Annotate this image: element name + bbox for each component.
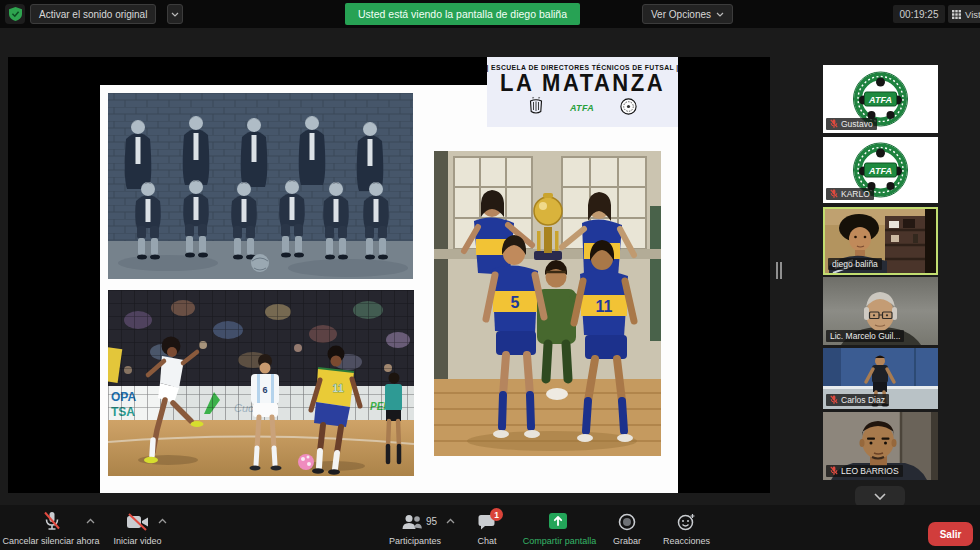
view-options-button[interactable]: Ver Opciones: [642, 4, 733, 24]
svg-text:5: 5: [511, 294, 520, 311]
top-bar: Activar el sonido original Usted está vi…: [0, 0, 980, 28]
chevron-down-icon: [716, 12, 724, 17]
participant-tile-karlo[interactable]: ATFA KARLO: [823, 137, 938, 203]
share-screen-icon[interactable]: [548, 512, 568, 534]
svg-text:ATFA: ATFA: [868, 166, 892, 176]
club-crest-icon: [620, 98, 637, 119]
original-audio-label: Activar el sonido original: [39, 9, 147, 20]
chat-button-label[interactable]: Chat: [462, 536, 512, 546]
participant-name-label: Carlos Diaz: [826, 394, 889, 406]
video-off-icon[interactable]: [126, 513, 150, 535]
record-button-label[interactable]: Grabar: [597, 536, 657, 546]
mic-off-icon: [830, 395, 838, 405]
view-button-label: Vista: [965, 9, 980, 20]
mute-button-label[interactable]: Cancelar silenciar ahora: [0, 536, 103, 546]
slide-header-card: | ESCUELA DE DIRECTORES TÉCNICOS DE FUTS…: [487, 57, 678, 127]
mic-off-icon: [830, 189, 838, 199]
share-screen-button-label[interactable]: Compartir pantalla: [512, 536, 607, 546]
participant-tile-diego-balina[interactable]: diego baliña: [823, 207, 938, 275]
record-icon[interactable]: [618, 513, 636, 535]
svg-text:ATFA: ATFA: [868, 95, 892, 105]
original-audio-caret-button[interactable]: [167, 4, 183, 24]
reactions-icon[interactable]: [677, 513, 696, 535]
participant-name-label: Gustavo: [826, 118, 877, 130]
slide-title: LA MATANZA: [500, 71, 665, 96]
video-button-label[interactable]: Iniciar video: [100, 536, 175, 546]
mic-off-icon: [830, 119, 838, 129]
afa-crest-icon: [528, 96, 544, 120]
svg-text:6: 6: [262, 385, 267, 395]
leave-button-label: Salir: [940, 529, 962, 540]
viewing-screen-banner: Usted está viendo la pantalla de diego b…: [345, 3, 580, 25]
vintage-womens-football-team-photo: [108, 93, 413, 279]
svg-text:11: 11: [332, 382, 344, 394]
video-options-chevron[interactable]: [158, 518, 167, 524]
more-participants-button[interactable]: [855, 486, 905, 507]
participant-tile-leo[interactable]: LEO BARRIOS: [823, 412, 938, 480]
view-button[interactable]: Vista: [948, 5, 980, 23]
original-audio-button[interactable]: Activar el sonido original: [30, 4, 156, 24]
participant-name-label: Lic. Marcelo Guil...: [826, 330, 904, 342]
meeting-toolbar: Cancelar silenciar ahora Iniciar video 9…: [0, 505, 980, 550]
meeting-timer-value: 00:19:25: [900, 9, 939, 20]
participants-button-label[interactable]: Participantes: [375, 536, 455, 546]
leave-meeting-button[interactable]: Salir: [928, 522, 973, 546]
panel-resize-handle[interactable]: [776, 262, 782, 279]
participant-name-label: LEO BARRIOS: [826, 465, 903, 477]
mic-options-chevron[interactable]: [86, 518, 95, 524]
participants-chevron[interactable]: [446, 518, 455, 524]
atfa-logo-icon: ATFA: [570, 103, 594, 113]
mic-off-icon: [830, 466, 838, 476]
boca-womens-futsal-trophy-photo: 5 11: [434, 151, 661, 456]
meeting-timer: 00:19:25: [893, 5, 945, 23]
participant-tile-gustavo[interactable]: ATFA Gustavo: [823, 65, 938, 133]
mic-off-icon[interactable]: [42, 511, 62, 537]
slide-logos-row: ATFA: [528, 96, 637, 120]
grid-view-icon: [952, 10, 961, 19]
reactions-button-label[interactable]: Reacciones: [650, 536, 723, 546]
participant-name-label: KARLO: [826, 188, 874, 200]
participant-tile-carlos[interactable]: Carlos Diaz: [823, 348, 938, 409]
shield-check-icon: [5, 4, 25, 24]
shared-screen-area: OPA TSA Cudimac PENA: [8, 57, 770, 493]
svg-text:11: 11: [596, 298, 613, 315]
chevron-down-icon: [171, 12, 179, 17]
participants-count: 95: [426, 516, 437, 527]
participant-name-label: diego baliña: [828, 258, 882, 270]
womens-futsal-match-photo: OPA TSA Cudimac PENA: [108, 290, 414, 476]
zoom-meeting-window: Activar el sonido original Usted está vi…: [0, 0, 980, 550]
view-options-label: Ver Opciones: [651, 9, 711, 20]
chevron-down-icon: [874, 493, 886, 500]
chat-unread-badge: 1: [490, 508, 503, 521]
participant-tile-marcelo[interactable]: Lic. Marcelo Guil...: [823, 277, 938, 345]
participants-icon[interactable]: [401, 514, 423, 534]
viewing-screen-banner-text: Usted está viendo la pantalla de diego b…: [358, 8, 567, 20]
